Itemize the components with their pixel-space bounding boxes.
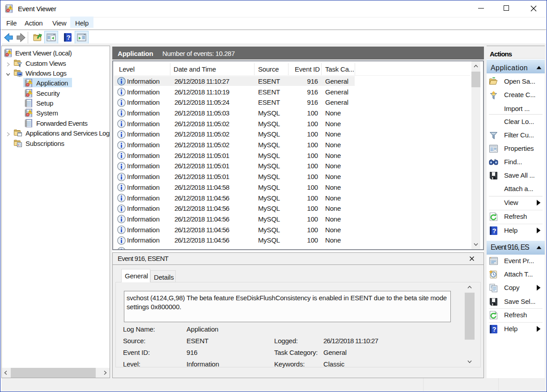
svg-text:?: ? — [492, 227, 496, 234]
svg-text:?: ? — [66, 34, 70, 41]
svg-text:?: ? — [492, 325, 496, 333]
